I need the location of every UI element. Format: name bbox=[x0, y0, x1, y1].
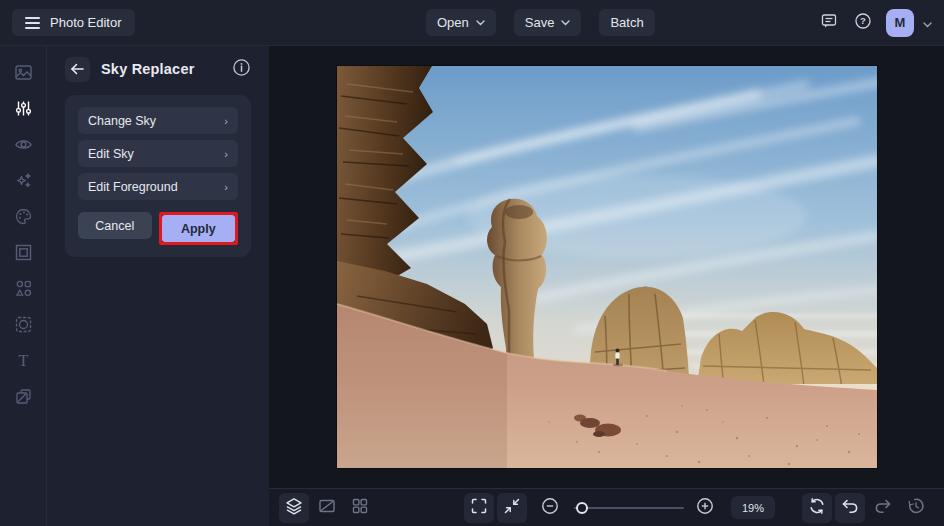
help-icon: ? bbox=[854, 12, 872, 33]
redo-icon bbox=[873, 496, 893, 519]
save-button[interactable]: Save bbox=[514, 9, 582, 36]
zoom-out-button[interactable] bbox=[535, 493, 565, 523]
card-actions: Cancel Apply bbox=[78, 212, 238, 245]
panel-title: Sky Replacer bbox=[101, 61, 195, 77]
help-button[interactable]: ? bbox=[849, 9, 876, 36]
fullscreen-icon bbox=[469, 496, 489, 519]
sync-button[interactable] bbox=[802, 493, 832, 523]
bottom-toolbar: 19% bbox=[269, 488, 944, 526]
sky-replacer-panel: Sky Replacer Change Sky › bbox=[47, 46, 269, 526]
edit-foreground-button[interactable]: Edit Foreground › bbox=[78, 173, 238, 200]
chevron-right-icon: › bbox=[224, 148, 228, 160]
history-icon bbox=[906, 496, 926, 519]
annotation-highlight: Apply bbox=[159, 212, 239, 245]
sidebar-item-text[interactable]: T bbox=[0, 342, 46, 378]
history-button[interactable] bbox=[901, 493, 931, 523]
canvas-photo[interactable] bbox=[337, 66, 877, 468]
photo-icon bbox=[14, 63, 33, 82]
avatar-initial: M bbox=[895, 15, 906, 30]
grid-view-button[interactable] bbox=[345, 493, 375, 523]
frame-icon bbox=[14, 243, 33, 262]
change-sky-button[interactable]: Change Sky › bbox=[78, 107, 238, 134]
text-icon: T bbox=[14, 351, 33, 370]
photo-editor-app: Photo Editor Open Save Batch bbox=[0, 0, 944, 526]
sparkles-icon bbox=[14, 171, 33, 190]
file-actions: Open Save Batch bbox=[426, 9, 655, 36]
chevron-down-icon[interactable] bbox=[923, 14, 932, 32]
cancel-button[interactable]: Cancel bbox=[78, 212, 152, 239]
zoom-slider-handle[interactable] bbox=[576, 502, 588, 514]
sidebar-item-overlays[interactable] bbox=[0, 306, 46, 342]
compare-button[interactable] bbox=[312, 493, 342, 523]
panel-header: Sky Replacer bbox=[65, 56, 251, 82]
zoom-slider-track[interactable] bbox=[574, 507, 684, 509]
zoom-level-value: 19% bbox=[742, 502, 764, 514]
back-button[interactable] bbox=[65, 57, 90, 82]
apply-button[interactable]: Apply bbox=[162, 215, 236, 242]
undo-button[interactable] bbox=[835, 493, 865, 523]
undo-icon bbox=[840, 496, 860, 519]
zoom-slider[interactable] bbox=[574, 493, 684, 523]
batch-button[interactable]: Batch bbox=[599, 9, 654, 36]
zoom-out-icon bbox=[540, 496, 560, 519]
chevron-right-icon: › bbox=[224, 181, 228, 193]
open-button[interactable]: Open bbox=[426, 9, 496, 36]
compare-icon bbox=[317, 496, 337, 519]
sidebar-item-graphics[interactable] bbox=[0, 270, 46, 306]
svg-text:?: ? bbox=[860, 15, 866, 26]
sidebar-item-touchup[interactable] bbox=[0, 126, 46, 162]
chat-feedback-button[interactable] bbox=[815, 9, 842, 36]
chevron-down-icon bbox=[476, 20, 485, 26]
zoom-in-button[interactable] bbox=[690, 493, 720, 523]
fit-screen-icon bbox=[502, 496, 522, 519]
desert-photo-illustration bbox=[337, 66, 877, 468]
main-row: T bbox=[0, 46, 944, 526]
topbar-right: ? M bbox=[815, 9, 932, 37]
tool-sidebar: T bbox=[0, 46, 47, 526]
main-menu-button[interactable]: Photo Editor bbox=[12, 9, 135, 36]
sidebar-item-artsy[interactable] bbox=[0, 198, 46, 234]
pattern-icon bbox=[14, 315, 33, 334]
top-bar: Photo Editor Open Save Batch bbox=[0, 0, 944, 46]
sliders-icon bbox=[14, 99, 33, 118]
app-title: Photo Editor bbox=[50, 15, 122, 30]
sidebar-item-image-manager[interactable] bbox=[0, 54, 46, 90]
grid-icon bbox=[350, 496, 370, 519]
eye-icon bbox=[14, 135, 33, 154]
zoom-level-badge[interactable]: 19% bbox=[731, 496, 775, 519]
layers-stack-icon bbox=[284, 496, 304, 519]
editor-stage: 19% bbox=[269, 46, 944, 526]
fit-screen-button[interactable] bbox=[497, 493, 527, 523]
palette-icon bbox=[14, 207, 33, 226]
hamburger-icon bbox=[25, 17, 40, 29]
sidebar-item-effects[interactable] bbox=[0, 162, 46, 198]
info-icon bbox=[232, 58, 251, 80]
layers-icon bbox=[14, 387, 33, 406]
layers-button[interactable] bbox=[279, 493, 309, 523]
edit-sky-button[interactable]: Edit Sky › bbox=[78, 140, 238, 167]
chevron-right-icon: › bbox=[224, 115, 228, 127]
canvas-area bbox=[269, 46, 944, 488]
sync-icon bbox=[807, 496, 827, 519]
chat-feedback-icon bbox=[820, 12, 838, 33]
info-button[interactable] bbox=[231, 59, 251, 79]
svg-text:T: T bbox=[18, 352, 28, 369]
sky-replacer-card: Change Sky › Edit Sky › Edit Foreground … bbox=[65, 95, 251, 257]
sidebar-item-textures[interactable] bbox=[0, 378, 46, 414]
sidebar-item-edit[interactable] bbox=[0, 90, 46, 126]
fullscreen-button[interactable] bbox=[464, 493, 494, 523]
user-avatar[interactable]: M bbox=[886, 9, 914, 37]
sidebar-item-frames[interactable] bbox=[0, 234, 46, 270]
redo-button[interactable] bbox=[868, 493, 898, 523]
chevron-down-icon bbox=[561, 20, 570, 26]
shapes-icon bbox=[14, 279, 33, 298]
zoom-in-icon bbox=[695, 496, 715, 519]
